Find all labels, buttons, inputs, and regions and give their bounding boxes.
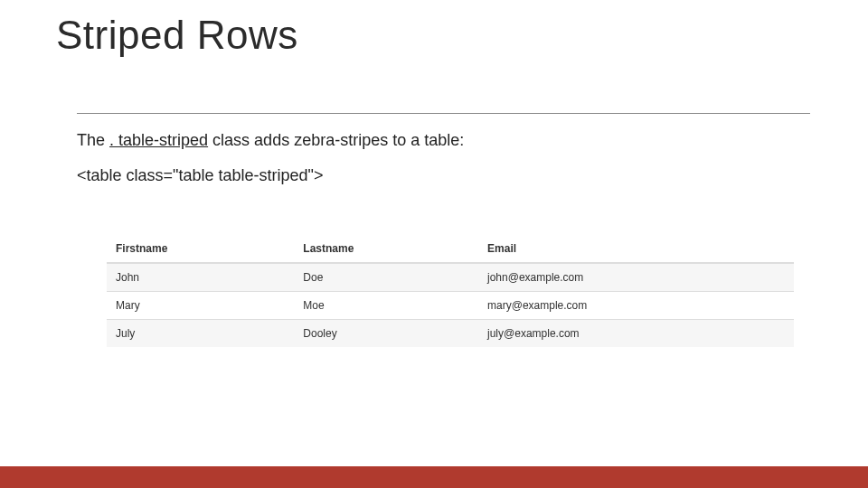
description-line: The . table-striped class adds zebra-str… (77, 131, 464, 150)
divider (77, 113, 810, 114)
table-row: Mary Moe mary@example.com (107, 292, 794, 320)
table-cell: john@example.com (478, 263, 794, 292)
table-cell: Doe (294, 263, 478, 292)
slide: Striped Rows The . table-striped class a… (0, 0, 868, 488)
footer-bar (0, 466, 868, 488)
table-header-cell: Email (478, 235, 794, 263)
description-post: class adds zebra-stripes to a table: (208, 131, 464, 149)
table-header-row: Firstname Lastname Email (107, 235, 794, 263)
table-cell: July (107, 320, 294, 348)
description-pre: The (77, 131, 109, 149)
table-cell: Dooley (294, 320, 478, 348)
example-table-wrap: Firstname Lastname Email John Doe john@e… (107, 235, 794, 347)
table-cell: mary@example.com (478, 292, 794, 320)
table-header-cell: Lastname (294, 235, 478, 263)
table-cell: Mary (107, 292, 294, 320)
page-title: Striped Rows (56, 13, 298, 58)
table-header-cell: Firstname (107, 235, 294, 263)
table-row: John Doe john@example.com (107, 263, 794, 292)
table-cell: july@example.com (478, 320, 794, 348)
table-cell: Moe (294, 292, 478, 320)
description-classname: . table-striped (109, 131, 208, 149)
table-row: July Dooley july@example.com (107, 320, 794, 348)
table-cell: John (107, 263, 294, 292)
example-table: Firstname Lastname Email John Doe john@e… (107, 235, 794, 347)
code-snippet: <table class="table table-striped"> (77, 166, 323, 185)
